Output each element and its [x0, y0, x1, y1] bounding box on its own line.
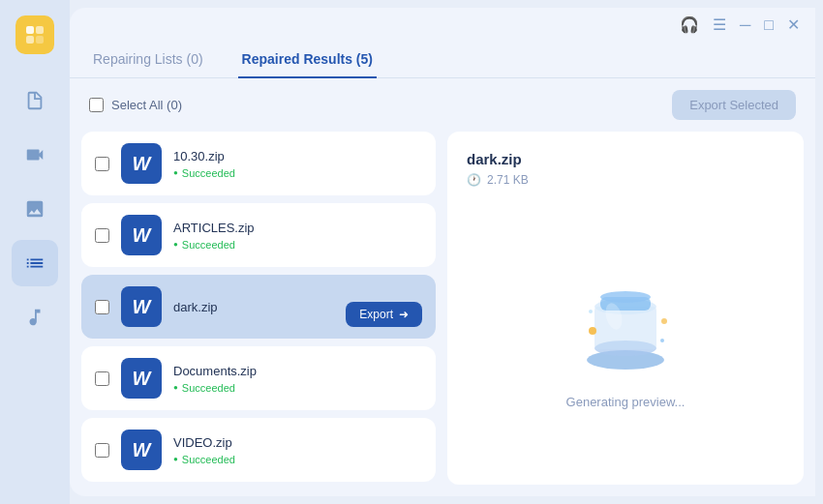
headphones-icon[interactable]: 🎧 [680, 15, 699, 34]
svg-point-9 [600, 291, 651, 303]
file-name: 10.30.zip [173, 149, 422, 163]
export-button[interactable]: Export ➜ [346, 302, 422, 327]
close-icon[interactable]: ✕ [787, 15, 800, 34]
svg-point-12 [660, 339, 664, 342]
toolbar: Select All (0) Export Selected [70, 78, 815, 132]
svg-point-11 [661, 318, 667, 324]
export-label: Export [359, 308, 393, 321]
tab-repairing-lists[interactable]: Repairing Lists (0) [89, 42, 207, 78]
export-selected-button[interactable]: Export Selected [672, 90, 796, 120]
sidebar-item-music[interactable] [12, 294, 58, 341]
file-list: W 10.30.zip Succeeded W ARTICLES.zip Suc… [81, 132, 440, 485]
file-checkbox[interactable] [95, 157, 109, 171]
file-checkbox[interactable] [95, 228, 109, 243]
file-icon: W [121, 143, 162, 184]
file-name: Documents.zip [173, 364, 422, 378]
tab-repaired-results[interactable]: Repaired Results (5) [238, 42, 377, 78]
list-item[interactable]: W VIDEO.zip Succeeded [81, 418, 436, 482]
select-all-label[interactable]: Select All (0) [89, 98, 182, 112]
main-panel: 🎧 ☰ ─ □ ✕ Repairing Lists (0) Repaired R… [70, 8, 815, 496]
file-status: Succeeded [173, 239, 422, 251]
content-area: W 10.30.zip Succeeded W ARTICLES.zip Suc… [70, 132, 815, 496]
preview-size: 🕐 2.71 KB [467, 173, 784, 187]
list-item[interactable]: W dark.zip Export ➜ [81, 275, 436, 339]
file-icon: W [121, 358, 162, 399]
file-info: VIDEO.zip Succeeded [173, 435, 422, 465]
file-info: Documents.zip Succeeded [173, 364, 422, 394]
tab-bar: Repairing Lists (0) Repaired Results (5) [70, 42, 815, 78]
title-bar: 🎧 ☰ ─ □ ✕ [70, 8, 815, 42]
maximize-icon[interactable]: □ [764, 16, 774, 34]
file-icon: W [121, 430, 162, 470]
generating-text: Generating preview... [566, 395, 686, 409]
preview-visual: Generating preview... [467, 206, 784, 465]
sidebar-item-video[interactable] [12, 132, 58, 178]
select-all-checkbox[interactable] [89, 98, 104, 112]
sidebar [0, 0, 70, 504]
svg-rect-3 [36, 36, 44, 44]
file-info: 10.30.zip Succeeded [173, 149, 422, 179]
file-checkbox[interactable] [95, 443, 109, 458]
file-status: Succeeded [173, 382, 422, 394]
app-logo [15, 15, 54, 54]
sidebar-item-list[interactable] [12, 240, 58, 286]
menu-icon[interactable]: ☰ [713, 15, 726, 34]
file-name: VIDEO.zip [173, 435, 422, 450]
svg-rect-1 [36, 26, 44, 34]
file-icon: W [121, 215, 162, 255]
preview-panel: dark.zip 🕐 2.71 KB [447, 132, 804, 485]
list-item[interactable]: W 10.30.zip Succeeded [81, 132, 436, 195]
preview-illustration [558, 263, 693, 379]
preview-filename: dark.zip [467, 151, 784, 167]
clock-icon: 🕐 [467, 173, 481, 187]
list-item[interactable]: W ARTICLES.zip Succeeded [81, 203, 436, 267]
file-status: Succeeded [173, 454, 422, 465]
minimize-icon[interactable]: ─ [740, 16, 750, 34]
svg-point-10 [589, 327, 596, 335]
export-arrow-icon: ➜ [399, 308, 409, 321]
file-checkbox[interactable] [95, 300, 109, 314]
list-item[interactable]: W Documents.zip Succeeded [81, 346, 436, 410]
file-checkbox[interactable] [95, 371, 109, 386]
file-info: ARTICLES.zip Succeeded [173, 221, 422, 251]
svg-rect-0 [26, 26, 34, 34]
file-icon: W [121, 286, 162, 327]
select-all-text: Select All (0) [111, 98, 182, 112]
svg-rect-2 [26, 36, 34, 44]
sidebar-item-image[interactable] [12, 186, 58, 232]
file-name: ARTICLES.zip [173, 221, 422, 235]
sidebar-item-document[interactable] [12, 77, 58, 124]
file-status: Succeeded [173, 167, 422, 179]
svg-point-13 [589, 310, 593, 313]
